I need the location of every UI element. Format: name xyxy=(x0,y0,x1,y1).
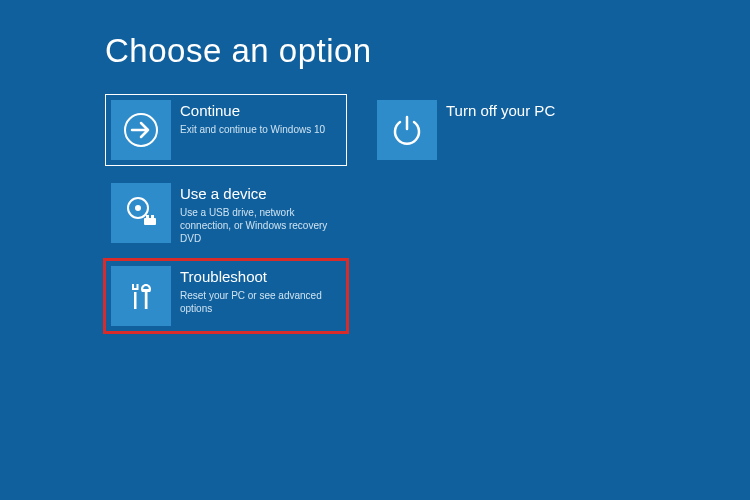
troubleshoot-desc: Reset your PC or see advanced options xyxy=(180,289,340,315)
options-row-2: Use a device Use a USB drive, network co… xyxy=(105,177,750,249)
usedevice-button[interactable]: Use a device Use a USB drive, network co… xyxy=(105,177,347,249)
svg-point-3 xyxy=(135,205,141,211)
turnoff-text: Turn off your PC xyxy=(442,95,612,123)
arrow-right-icon xyxy=(111,100,171,160)
options-grid: Continue Exit and continue to Windows 10… xyxy=(105,94,750,332)
usedevice-text: Use a device Use a USB drive, network co… xyxy=(176,178,346,245)
power-icon xyxy=(377,100,437,160)
continue-title: Continue xyxy=(180,101,340,121)
usedevice-desc: Use a USB drive, network connection, or … xyxy=(180,206,340,245)
svg-rect-6 xyxy=(151,215,154,219)
device-icon xyxy=(111,183,171,243)
troubleshoot-button[interactable]: Troubleshoot Reset your PC or see advanc… xyxy=(105,260,347,332)
troubleshoot-text: Troubleshoot Reset your PC or see advanc… xyxy=(176,261,346,315)
tools-icon xyxy=(111,266,171,326)
continue-text: Continue Exit and continue to Windows 10 xyxy=(176,95,346,136)
usedevice-title: Use a device xyxy=(180,184,340,204)
continue-button[interactable]: Continue Exit and continue to Windows 10 xyxy=(105,94,347,166)
options-row-3: Troubleshoot Reset your PC or see advanc… xyxy=(105,260,750,332)
svg-rect-7 xyxy=(134,292,137,309)
svg-rect-5 xyxy=(146,215,149,219)
options-row-1: Continue Exit and continue to Windows 10… xyxy=(105,94,750,166)
svg-rect-4 xyxy=(144,218,156,225)
continue-desc: Exit and continue to Windows 10 xyxy=(180,123,340,136)
turnoff-button[interactable]: Turn off your PC xyxy=(371,94,613,166)
troubleshoot-title: Troubleshoot xyxy=(180,267,340,287)
page-title: Choose an option xyxy=(105,32,750,70)
turnoff-title: Turn off your PC xyxy=(446,101,606,121)
